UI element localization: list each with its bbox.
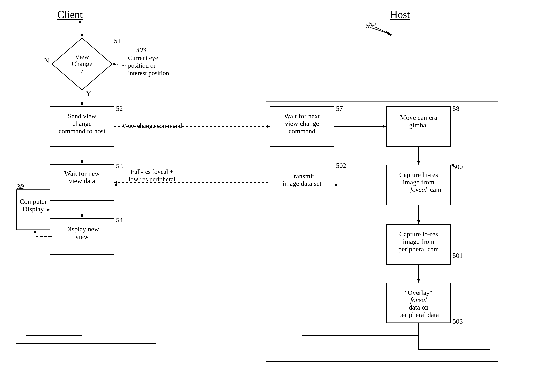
- svg-text:view data: view data: [69, 177, 95, 185]
- ref-501: 501: [453, 252, 463, 259]
- svg-marker-43: [267, 125, 270, 128]
- computer-display-text: Computer: [20, 198, 47, 205]
- svg-text:command: command: [289, 127, 315, 135]
- svg-text:position or: position or: [128, 62, 156, 69]
- svg-text:interest position: interest position: [128, 69, 169, 77]
- svg-text:change: change: [72, 120, 92, 127]
- ref-303-label: 303: [136, 46, 146, 53]
- svg-text:command to host: command to host: [59, 127, 106, 135]
- svg-marker-24: [81, 214, 83, 218]
- svg-marker-85: [114, 184, 117, 186]
- svg-marker-13: [79, 21, 82, 23]
- svg-marker-41: [112, 62, 115, 65]
- svg-text:foveal: foveal: [410, 296, 427, 304]
- svg-marker-15: [81, 103, 83, 106]
- svg-text:image from: image from: [403, 238, 434, 245]
- svg-text:foveal: foveal: [410, 186, 427, 193]
- svg-text:gimbal: gimbal: [409, 121, 428, 129]
- svg-marker-79: [334, 184, 337, 186]
- svg-marker-61: [417, 220, 420, 224]
- ref-50-text: 50: [369, 20, 376, 27]
- y-label: Y: [86, 90, 91, 98]
- capture-hires-label: Capture hi-res: [399, 171, 438, 178]
- ref-54: 54: [116, 216, 123, 224]
- ref-32-text: 32: [18, 183, 24, 191]
- ref-502: 502: [336, 162, 346, 169]
- ref-57: 57: [336, 105, 343, 112]
- full-res-label: Full-res foveal +: [131, 168, 173, 175]
- ref-58: 58: [453, 105, 459, 112]
- svg-text:peripheral data: peripheral data: [398, 311, 439, 318]
- n-label: N: [44, 56, 49, 64]
- svg-marker-9: [81, 34, 83, 38]
- svg-text:data on: data on: [409, 304, 428, 311]
- svg-marker-51: [383, 125, 386, 128]
- svg-marker-37: [34, 230, 36, 233]
- svg-text:low-res peripheral: low-res peripheral: [129, 176, 175, 183]
- move-camera-label: Move camera: [400, 114, 437, 121]
- svg-marker-55: [417, 161, 420, 165]
- ref-500: 500: [453, 163, 463, 170]
- ref-51: 51: [114, 37, 121, 44]
- capture-lores-label: Capture lo-res: [399, 230, 438, 238]
- send-view-label: Send view: [68, 112, 96, 120]
- svg-text:view: view: [75, 233, 89, 240]
- svg-text:cam: cam: [430, 186, 441, 193]
- svg-marker-46: [114, 181, 117, 184]
- ref-52: 52: [116, 105, 123, 112]
- host-label: Host: [390, 9, 410, 20]
- view-change-cmd-label: View change command: [122, 122, 182, 129]
- overlay-label: "Overlay": [405, 289, 432, 296]
- wait-next-cmd-label: Wait for next: [284, 112, 320, 120]
- diagram: Client Host 50 View Change ? 51 N Y Se: [0, 0, 551, 392]
- svg-text:peripheral cam: peripheral cam: [398, 245, 439, 253]
- svg-text:Display: Display: [23, 205, 44, 213]
- wait-new-view-label: Wait for new: [64, 170, 100, 177]
- svg-text:?: ?: [80, 67, 83, 74]
- current-eye-label: Current eye: [128, 54, 158, 61]
- svg-text:image data set: image data set: [283, 180, 322, 187]
- transmit-image-label: Transmit: [290, 172, 314, 180]
- svg-text:view change: view change: [285, 120, 319, 127]
- flowchart-svg: Client Host 50 View Change ? 51 N Y Se: [0, 0, 551, 392]
- svg-marker-75: [451, 164, 454, 166]
- svg-marker-66: [417, 279, 420, 283]
- svg-text:Change: Change: [72, 60, 93, 67]
- svg-text:image from: image from: [403, 178, 434, 186]
- display-new-view-label: Display new: [65, 225, 99, 233]
- ref-53: 53: [116, 162, 123, 170]
- view-change-label: View: [75, 53, 89, 60]
- ref-503: 503: [453, 318, 463, 325]
- client-label: Client: [57, 9, 83, 20]
- svg-marker-20: [81, 161, 83, 164]
